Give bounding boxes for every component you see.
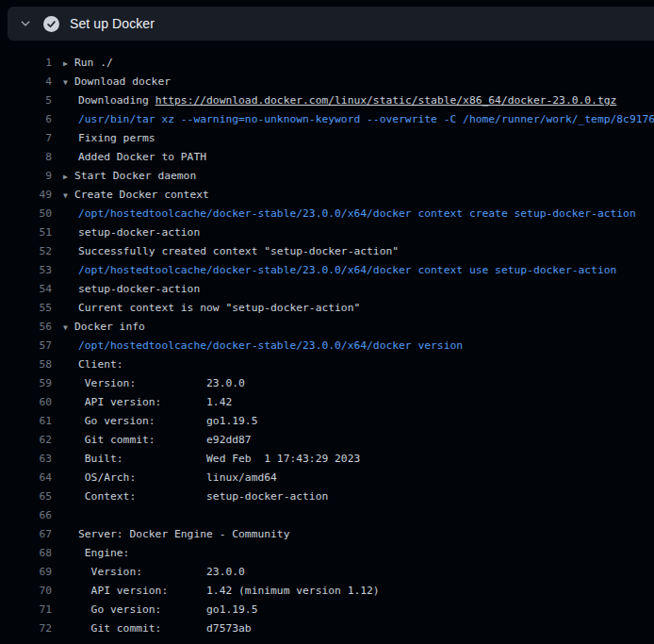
log-line-number[interactable]: 71 [9, 601, 52, 619]
log-line-content: API version: 1.42 [63, 393, 232, 412]
log-line-number[interactable]: 49 [9, 186, 52, 205]
log-text: Download docker [74, 75, 171, 88]
group-expand-icon[interactable]: ▶ [63, 168, 74, 187]
log-line-number[interactable]: 72 [9, 619, 52, 638]
chevron-down-icon[interactable] [19, 17, 32, 30]
log-line: 58 Client: [0, 355, 654, 374]
log-text: Server: Docker Engine - Community [78, 528, 289, 540]
log-text: Context: setup-docker-action [78, 490, 328, 503]
log-line-content: setup-docker-action [63, 280, 200, 299]
log-line-number[interactable]: 69 [9, 563, 52, 582]
log-line-content: Added Docker to PATH [63, 148, 206, 167]
log-text: Fixing perms [78, 132, 155, 144]
log-text: Create Docker context [74, 189, 209, 201]
log-line-number[interactable]: 56 [9, 318, 52, 337]
log-line-number[interactable]: 57 [9, 337, 52, 355]
log-line-content: Built: Wed Feb 1 17:43:29 2023 [63, 450, 360, 469]
log-line-content: Git commit: e92dd87 [63, 431, 252, 450]
log-text: Downloading [78, 94, 155, 107]
step-header[interactable]: Set up Docker [8, 7, 654, 41]
log-line-number[interactable]: 67 [9, 525, 52, 544]
log-text: API version: 1.42 [78, 396, 232, 408]
log-group-header[interactable]: 4 ▼Download docker [0, 73, 654, 91]
log-line-number[interactable]: 58 [9, 355, 52, 374]
group-collapse-icon[interactable]: ▼ [63, 74, 74, 92]
log-line-number[interactable]: 7 [9, 129, 52, 148]
log-text: Added Docker to PATH [78, 151, 206, 163]
group-collapse-icon[interactable]: ▼ [63, 187, 74, 206]
log-line-number[interactable]: 63 [9, 450, 52, 469]
log-line: 72 Git commit: d7573ab [0, 619, 654, 638]
log-line-number[interactable]: 59 [9, 374, 52, 393]
log-line: 57 /opt/hostedtoolcache/docker-stable/23… [0, 337, 654, 355]
log-text: Successfully created context "setup-dock… [78, 245, 399, 257]
log-line-number[interactable]: 52 [9, 242, 52, 261]
log-line-number[interactable]: 55 [9, 299, 52, 318]
log-text: Version: 23.0.0 [78, 566, 245, 578]
log-line-content: /opt/hostedtoolcache/docker-stable/23.0.… [63, 337, 463, 355]
log-line-content: /opt/hostedtoolcache/docker-stable/23.0.… [63, 205, 636, 223]
log-command-text: /opt/hostedtoolcache/docker-stable/23.0.… [78, 264, 616, 276]
log-text: Version: 23.0.0 [78, 377, 245, 389]
log-view: 1 ▶Run ./ 4 ▼Download docker 5 Downloadi… [0, 54, 654, 638]
log-line-content: Engine: [63, 544, 129, 563]
log-line-number[interactable]: 66 [9, 506, 52, 525]
log-line-number[interactable]: 65 [9, 487, 52, 506]
log-text: Git commit: e92dd87 [78, 434, 252, 446]
log-line-number[interactable]: 54 [9, 280, 52, 299]
log-line: 6 /usr/bin/tar xz --warning=no-unknown-k… [0, 110, 654, 129]
log-line-number[interactable]: 50 [9, 205, 52, 223]
log-line-number[interactable]: 61 [9, 412, 52, 431]
log-line-number[interactable]: 4 [9, 73, 52, 91]
log-line: 50 /opt/hostedtoolcache/docker-stable/23… [0, 205, 654, 223]
log-line-number[interactable]: 5 [9, 91, 52, 110]
log-line-number[interactable]: 60 [9, 393, 52, 412]
log-line-number[interactable]: 62 [9, 431, 52, 450]
log-line: 52 Successfully created context "setup-d… [0, 242, 654, 261]
log-line-number[interactable]: 1 [9, 54, 52, 73]
log-text: Docker info [74, 321, 145, 333]
log-text: Git commit: d7573ab [78, 622, 252, 635]
log-line-content: /usr/bin/tar xz --warning=no-unknown-key… [63, 110, 654, 129]
log-group-header[interactable]: 9 ▶Start Docker daemon [0, 167, 654, 186]
log-line-content: ▼Docker info [63, 318, 145, 337]
log-line-number[interactable]: 6 [9, 110, 52, 129]
log-line-content: Version: 23.0.0 [63, 563, 245, 582]
log-line: 70 API version: 1.42 (minimum version 1.… [0, 582, 654, 601]
log-text: Built: Wed Feb 1 17:43:29 2023 [78, 453, 360, 465]
log-line: 55 Current context is now "setup-docker-… [0, 299, 654, 318]
log-line-content: /opt/hostedtoolcache/docker-stable/23.0.… [63, 261, 616, 280]
log-line-number[interactable]: 8 [9, 148, 52, 167]
log-line: 7 Fixing perms [0, 129, 654, 148]
log-text: Run ./ [74, 57, 113, 69]
log-text: setup-docker-action [78, 283, 200, 295]
log-group-header[interactable]: 56 ▼Docker info [0, 318, 654, 337]
log-group-header[interactable]: 49 ▼Create Docker context [0, 186, 654, 205]
log-line: 51 setup-docker-action [0, 223, 654, 242]
log-line-number[interactable]: 70 [9, 582, 52, 601]
log-line-content [63, 506, 78, 525]
log-line-number[interactable]: 68 [9, 544, 52, 563]
log-line-content: Go version: go1.19.5 [63, 601, 257, 619]
log-line-content: ▼Download docker [63, 73, 171, 91]
log-line-number[interactable]: 51 [9, 223, 52, 242]
group-collapse-icon[interactable]: ▼ [63, 319, 74, 338]
log-line-number[interactable]: 64 [9, 469, 52, 487]
log-link[interactable]: https://download.docker.com/linux/static… [155, 94, 617, 107]
group-expand-icon[interactable]: ▶ [63, 55, 74, 74]
log-line-content: ▶Run ./ [63, 54, 113, 73]
log-group-header[interactable]: 1 ▶Run ./ [0, 54, 654, 73]
log-line-content: Successfully created context "setup-dock… [63, 242, 399, 261]
log-line: 69 Version: 23.0.0 [0, 563, 654, 582]
log-line-content: ▼Create Docker context [63, 186, 209, 205]
log-line: 63 Built: Wed Feb 1 17:43:29 2023 [0, 450, 654, 469]
log-line-content: Server: Docker Engine - Community [63, 525, 289, 544]
log-line: 5 Downloading https://download.docker.co… [0, 91, 654, 110]
log-line-number[interactable]: 9 [9, 167, 52, 186]
log-line-number[interactable]: 53 [9, 261, 52, 280]
log-line: 68 Engine: [0, 544, 654, 563]
log-line: 64 OS/Arch: linux/amd64 [0, 469, 654, 487]
log-line-content: Client: [63, 355, 123, 374]
log-line: 65 Context: setup-docker-action [0, 487, 654, 506]
log-text: Engine: [78, 547, 129, 559]
